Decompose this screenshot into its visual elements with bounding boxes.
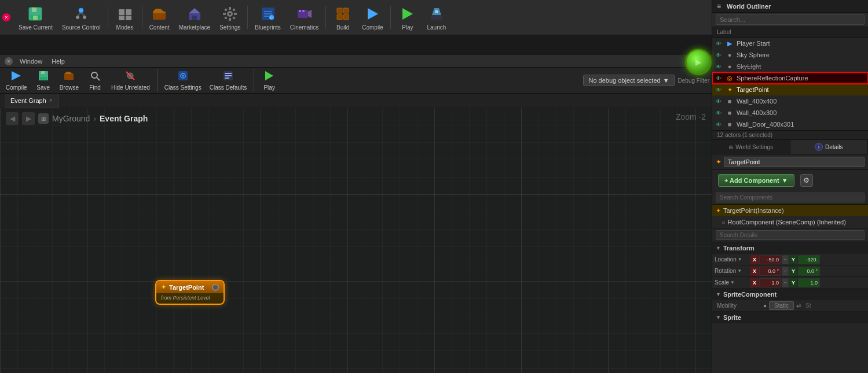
compile-label: Compile [362, 24, 383, 31]
scale-x-input[interactable] [759, 278, 781, 287]
sep5 [390, 6, 391, 29]
source-control-button[interactable]: Source Control [57, 2, 105, 34]
loc-y-input[interactable] [798, 255, 820, 264]
build-button[interactable]: Build [328, 2, 357, 34]
bp-hide-button[interactable]: Hide Unrelated [108, 69, 153, 91]
rot-y-input[interactable] [798, 267, 820, 276]
scale-y-input[interactable] [798, 278, 820, 287]
details-tab[interactable]: i Details [790, 140, 869, 154]
svg-point-37 [299, 10, 301, 12]
breadcrumb-back[interactable]: ◀ [6, 112, 19, 125]
svg-line-7 [78, 13, 81, 16]
add-component-button[interactable]: + Add Component ▼ [718, 174, 794, 187]
blueprints-button[interactable]: i Blueprints [250, 2, 285, 34]
graph-canvas[interactable]: ◀ ▶ ⊞ MyGround › Event Graph Zoom -2 ✦ T… [0, 108, 712, 373]
content-button[interactable]: Content [145, 2, 174, 34]
bp-browse-icon [63, 70, 75, 84]
source-control-icon [72, 5, 90, 23]
component-row-instance[interactable]: ✦ TargetPoint(Instance) [712, 205, 868, 216]
svg-rect-41 [337, 14, 342, 20]
transform-section-header[interactable]: ▼ Transform [712, 242, 868, 254]
location-fields: X ↔ Y [750, 255, 866, 264]
play-button[interactable]: Play [393, 2, 422, 34]
actor-row-wall2[interactable]: 👁 ■ Wall_400x300 [712, 107, 868, 119]
rot-x-lock[interactable]: ↔ [782, 267, 789, 276]
scale-x-lock[interactable]: ↔ [782, 278, 789, 287]
actor-row-skylight[interactable]: 👁 ● SkyLight [712, 61, 868, 72]
eye-icon[interactable]: 👁 [715, 64, 723, 70]
actor-row-targetpoint[interactable]: 👁 ✦ TargetPoint [712, 84, 868, 95]
build-label: Build [336, 24, 349, 31]
eye-icon[interactable]: 👁 [715, 75, 723, 82]
bp-save-button[interactable]: Save [32, 69, 55, 91]
eye-icon[interactable]: 👁 [715, 52, 723, 58]
breadcrumb-forward[interactable]: ▶ [22, 112, 35, 125]
node-output-connector[interactable] [212, 284, 219, 291]
scale-x-label: X [750, 278, 759, 287]
outliner-header: ≡ World Outliner [712, 0, 868, 13]
rot-x-input[interactable] [759, 267, 781, 276]
bp-compile-label: Compile [6, 84, 27, 91]
world-settings-label: World Settings [735, 144, 773, 150]
loc-x-lock[interactable]: ↔ [782, 255, 789, 264]
bp-class-defaults-button[interactable]: Class Defaults [206, 69, 250, 91]
cinematics-button[interactable]: Cinematics [285, 2, 323, 34]
eye-icon[interactable]: 👁 [715, 98, 723, 105]
help-menu[interactable]: Help [49, 57, 67, 66]
search-details-input[interactable] [716, 230, 865, 240]
compile-button[interactable]: Compile [357, 2, 388, 34]
bp-compile-button[interactable]: Compile [2, 69, 31, 91]
bp-compile-icon [10, 70, 22, 84]
target-point-node[interactable]: ✦ TargetPoint from Persistent Level [155, 280, 225, 305]
actor-name: Wall_400x300 [737, 109, 777, 116]
actor-row-playerstart[interactable]: 👁 ▶ Player Start [712, 38, 868, 49]
mobility-stationary-btn[interactable]: St [801, 302, 815, 309]
actor-row-skysphere[interactable]: 👁 ● Sky Sphere [712, 49, 868, 61]
bp-find-button[interactable]: Find [83, 69, 107, 91]
outliner-search-input[interactable] [716, 14, 865, 25]
component-row-root[interactable]: ○ RootComponent (SceneComp) (Inherited) [712, 216, 868, 228]
component-settings-gear[interactable]: ⚙ [800, 174, 813, 187]
eye-icon[interactable]: 👁 [715, 121, 723, 128]
mobility-static-btn[interactable]: Static [769, 301, 794, 310]
actor-row-sphere-reflection[interactable]: 👁 ◎ SphereReflectionCapture [712, 72, 868, 84]
sprite-section-header[interactable]: ▼ Sprite [712, 312, 868, 323]
world-settings-tab[interactable]: ⊕ World Settings [712, 140, 790, 154]
event-graph-tab[interactable]: Event Graph × [5, 94, 59, 108]
loc-x-input[interactable] [759, 255, 781, 264]
bp-play-button[interactable]: Play [258, 69, 281, 91]
launch-button[interactable]: Launch [422, 2, 451, 34]
breadcrumb-current: Event Graph [100, 114, 148, 123]
bp-class-settings-button[interactable]: Class Settings [161, 69, 205, 91]
search-components-input[interactable] [716, 193, 865, 202]
section-arrow: ▼ [716, 245, 721, 251]
window-menu[interactable]: Window [17, 57, 45, 66]
sprite-component-section-header[interactable]: ▼ SpriteComponent [712, 289, 868, 300]
object-icon: ✦ [716, 158, 721, 166]
actor-name: Wall_400x400 [737, 98, 777, 105]
modes-button[interactable]: Modes [111, 2, 140, 34]
actor-row-walldoor[interactable]: 👁 ■ Wall_Door_400x301 [712, 119, 868, 130]
scale-text: Scale [715, 279, 729, 286]
marketplace-button[interactable]: Marketplace [174, 2, 215, 34]
svg-rect-25 [224, 8, 228, 12]
close-button[interactable] [2, 13, 10, 21]
eye-icon[interactable]: 👁 [715, 87, 723, 93]
bp-class-defaults-label: Class Defaults [210, 84, 247, 91]
bp-save-icon [38, 70, 49, 84]
eye-icon[interactable]: 👁 [715, 40, 723, 47]
settings-button[interactable]: Settings [215, 2, 245, 34]
transform-label: Transform [723, 245, 755, 252]
object-name-input[interactable] [724, 157, 865, 167]
breadcrumb-parent[interactable]: MyGround [52, 114, 90, 123]
debug-object-select[interactable]: No debug object selected ▼ [583, 75, 674, 86]
eye-icon[interactable]: 👁 [715, 110, 723, 116]
outliner-icon: ≡ [717, 2, 721, 10]
svg-rect-1 [32, 8, 36, 12]
actor-row-wall1[interactable]: 👁 ■ Wall_400x400 [712, 95, 868, 107]
tab-close-icon[interactable]: × [49, 97, 53, 104]
bp-browse-button[interactable]: Browse [56, 69, 82, 91]
save-current-button[interactable]: Save Current [14, 2, 57, 34]
blueprint-close[interactable] [5, 57, 13, 65]
svg-rect-26 [232, 8, 236, 12]
